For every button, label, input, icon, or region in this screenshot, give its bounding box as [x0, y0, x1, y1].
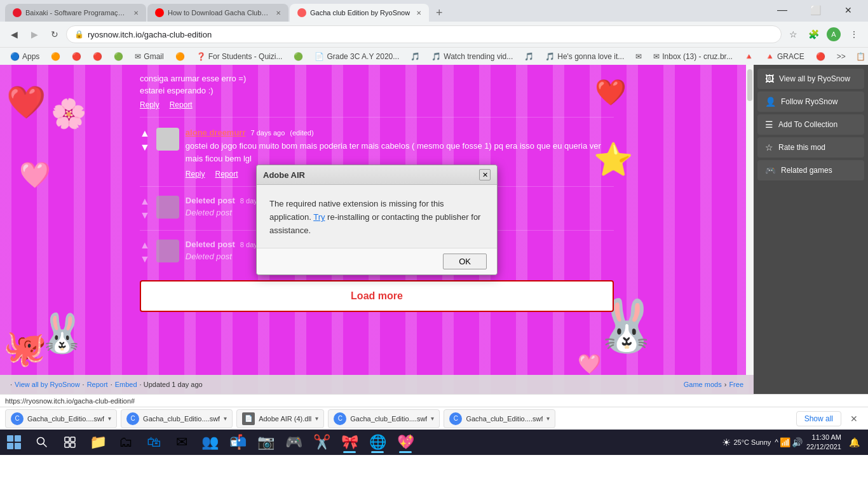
dialog-try-link[interactable]: Try — [313, 212, 325, 222]
volume-icon[interactable]: 🔊 — [792, 437, 803, 447]
refresh-button[interactable]: ↻ — [46, 25, 64, 43]
taskbar-app-snip[interactable]: ✂️ — [308, 430, 336, 455]
taskbar-app-gacha2[interactable]: 💖 — [391, 430, 419, 455]
bookmark-circle10[interactable]: 🔺 — [739, 50, 759, 63]
rate-icon: ☆ — [765, 142, 773, 152]
sidebar-related-button[interactable]: 🎮 Related games — [757, 160, 864, 180]
tab-how-to[interactable]: How to Download Gacha Club E... ✕ — [147, 4, 288, 22]
bookmarks-bar: 🔵 Apps 🟠 🔴 🔴 🟢 ✉ Gmail 🟠 ❓ For Students … — [0, 47, 868, 65]
tab-close-3[interactable]: ✕ — [416, 10, 421, 17]
address-bar[interactable]: 🔒 ryosnow.itch.io/gacha-club-edition — [66, 25, 782, 43]
bookmark-circle8[interactable]: 🎵 — [519, 50, 539, 63]
profile-button[interactable]: A — [825, 25, 843, 43]
download-item-2[interactable]: C Gacha_club_Editio....swf ▾ — [121, 409, 233, 428]
camera-icon: 📷 — [257, 434, 275, 451]
bookmark-circle1[interactable]: 🟠 — [46, 50, 65, 63]
sidebar-view-all-button[interactable]: 🖼 View all by RyoSnow — [757, 69, 864, 89]
watch-trending-icon: 🎵 — [431, 52, 441, 61]
dialog-title-text: Adobe AIR — [263, 170, 305, 180]
bookmark-apps[interactable]: 🔵 Apps — [5, 50, 44, 63]
maximize-button[interactable]: ⬜ — [801, 1, 830, 19]
sidebar-collection-button[interactable]: ☰ Add To Collection — [757, 114, 864, 135]
tab-close-2[interactable]: ✕ — [276, 10, 281, 17]
download-chevron-2[interactable]: ▾ — [224, 415, 227, 422]
show-all-button[interactable]: Show all — [796, 411, 841, 426]
bookmark-grace[interactable]: 🔺 GRACE — [760, 50, 810, 63]
close-window-button[interactable]: ✕ — [834, 1, 863, 19]
clock-date: 22/12/2021 — [806, 442, 841, 452]
taskbar-app-teams[interactable]: 👥 — [196, 430, 224, 455]
lock-icon: 🔒 — [74, 30, 84, 39]
bookmark-circle5[interactable]: 🟠 — [170, 50, 190, 63]
bookmark-students[interactable]: ❓ For Students - Quizi... — [191, 50, 288, 63]
download-chevron-3[interactable]: ▾ — [315, 415, 318, 422]
bookmark-circle2[interactable]: 🔴 — [67, 50, 86, 63]
reading-list-button[interactable]: 📋 Reading list — [851, 47, 868, 65]
download-item-4[interactable]: C Gacha_club_Editio....swf ▾ — [328, 409, 440, 428]
bookmark-gmail[interactable]: ✉ Gmail — [130, 50, 168, 63]
forward-button[interactable]: ▶ — [25, 25, 43, 43]
tray-chevron-icon[interactable]: ^ — [775, 438, 778, 447]
tab-close-1[interactable]: ✕ — [133, 10, 139, 17]
tab-label-1: Baixaki - Software Programação... — [25, 9, 127, 17]
bookmark-hes-gonna[interactable]: 🎵 He's gonna love it... — [540, 50, 629, 63]
sidebar-follow-button[interactable]: 👤 Follow RyoSnow — [757, 92, 864, 112]
back-button[interactable]: ◀ — [5, 25, 23, 43]
svg-line-1 — [43, 444, 46, 447]
taskbar-search-button[interactable] — [28, 430, 56, 455]
download-item-3[interactable]: 📄 Adobe AIR (4).dll ▾ — [236, 409, 324, 428]
start-button[interactable] — [0, 430, 28, 455]
download-icon-3: 📄 — [242, 412, 255, 425]
tab-favicon-2 — [155, 8, 164, 17]
bookmark-star-button[interactable]: ☆ — [784, 25, 802, 43]
extension-puzzle-button[interactable]: 🧩 — [804, 25, 822, 43]
tab-baixaki[interactable]: Baixaki - Software Programação... ✕ — [5, 4, 146, 22]
download-item-5[interactable]: C Gacha_club_Editio....swf ▾ — [444, 409, 555, 428]
bookmark-watch-trending[interactable]: 🎵 Watch trending vid... — [426, 50, 518, 63]
download-name-2: Gacha_club_Editio....swf — [143, 415, 220, 423]
network-icon[interactable]: 📶 — [780, 437, 790, 447]
download-chevron-1[interactable]: ▾ — [108, 415, 111, 422]
notification-button[interactable]: 🔔 — [845, 430, 863, 455]
bookmark-circle4[interactable]: 🟢 — [109, 50, 128, 63]
taskbar-app-mail[interactable]: ✉ — [168, 430, 196, 455]
downloads-close-button[interactable]: ✕ — [845, 411, 863, 426]
taskbar-app-gacha[interactable]: 🎀 — [336, 430, 363, 455]
bookmark-circle6[interactable]: 🟢 — [288, 50, 308, 63]
bookmarks-more-button[interactable]: >> — [833, 50, 850, 63]
tab-gacha-club[interactable]: Gacha club Edition by RyoSnow ✕ — [290, 4, 429, 22]
menu-button[interactable]: ⋮ — [845, 25, 863, 43]
weather-widget[interactable]: ☀ 25°C Sunny — [722, 437, 771, 449]
taskbar-app-chrome[interactable]: 🌐 — [363, 430, 391, 455]
mail-icon: ✉ — [176, 434, 187, 451]
bookmark-circle11[interactable]: 🔴 — [811, 50, 831, 63]
hes-gonna-label: He's gonna love it... — [557, 52, 624, 61]
taskbar-app-outlook[interactable]: 📬 — [224, 430, 252, 455]
bookmark-inbox[interactable]: ✉ Inbox (13) - cruz.br... — [648, 50, 738, 63]
tab-favicon-1 — [13, 8, 22, 17]
taskbar-app-file-manager[interactable]: 🗂 — [112, 430, 140, 455]
download-item-1[interactable]: C Gacha_club_Editio....swf ▾ — [5, 409, 117, 428]
download-icon-5: C — [449, 412, 462, 425]
bookmark-circle7[interactable]: 🎵 — [405, 50, 425, 63]
clock-display[interactable]: 11:30 AM 22/12/2021 — [806, 433, 841, 452]
gmail-icon: ✉ — [135, 52, 141, 61]
taskbar-app-file-explorer[interactable]: 📁 — [84, 430, 112, 455]
task-view-button[interactable] — [56, 430, 84, 455]
dialog-ok-button[interactable]: OK — [443, 254, 487, 269]
new-tab-button[interactable]: + — [430, 4, 448, 22]
download-chevron-4[interactable]: ▾ — [431, 415, 434, 422]
taskbar-app-camera[interactable]: 📷 — [252, 430, 280, 455]
bookmark-circle3[interactable]: 🔴 — [88, 50, 107, 63]
taskbar-app-store[interactable]: 🛍 — [140, 430, 168, 455]
weather-icon: ☀ — [722, 437, 731, 449]
dialog-close-button[interactable]: ✕ — [479, 169, 491, 180]
grade-icon: 📄 — [315, 52, 324, 61]
bookmark-grade[interactable]: 📄 Grade 3C A.Y 2020... — [309, 50, 404, 63]
inbox-icon: ✉ — [653, 52, 660, 61]
taskbar-app-pink-game[interactable]: 🎮 — [280, 430, 308, 455]
bookmark-circle9[interactable]: ✉ — [630, 50, 647, 63]
minimize-button[interactable]: — — [768, 1, 797, 19]
download-chevron-5[interactable]: ▾ — [546, 415, 550, 422]
sidebar-rate-button[interactable]: ☆ Rate this mod — [757, 137, 864, 158]
